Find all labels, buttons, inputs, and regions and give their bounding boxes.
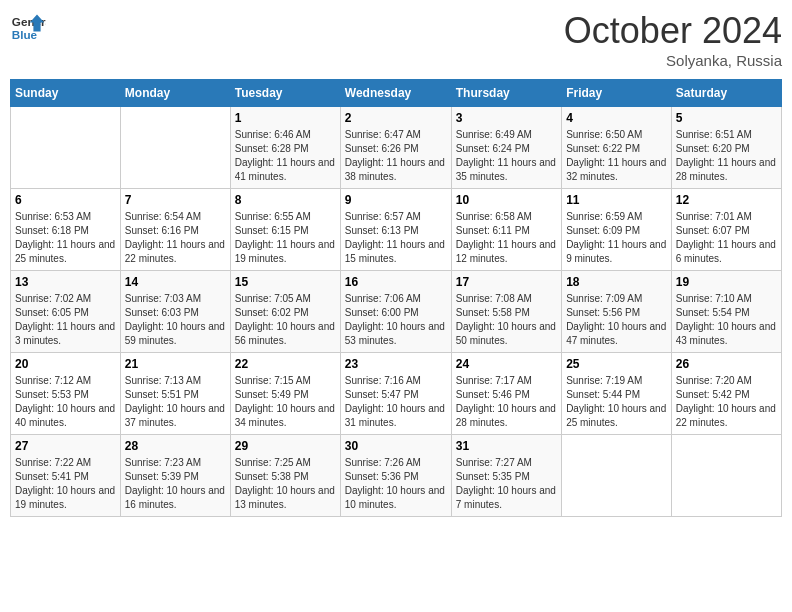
day-number: 29 — [235, 439, 336, 453]
day-number: 31 — [456, 439, 557, 453]
day-info: Sunrise: 7:02 AM Sunset: 6:05 PM Dayligh… — [15, 292, 116, 348]
calendar-cell: 28Sunrise: 7:23 AM Sunset: 5:39 PM Dayli… — [120, 435, 230, 517]
calendar-cell: 26Sunrise: 7:20 AM Sunset: 5:42 PM Dayli… — [671, 353, 781, 435]
day-number: 11 — [566, 193, 667, 207]
calendar-cell — [120, 107, 230, 189]
day-info: Sunrise: 7:17 AM Sunset: 5:46 PM Dayligh… — [456, 374, 557, 430]
calendar-week-row: 13Sunrise: 7:02 AM Sunset: 6:05 PM Dayli… — [11, 271, 782, 353]
calendar-cell: 21Sunrise: 7:13 AM Sunset: 5:51 PM Dayli… — [120, 353, 230, 435]
day-number: 17 — [456, 275, 557, 289]
calendar-cell: 23Sunrise: 7:16 AM Sunset: 5:47 PM Dayli… — [340, 353, 451, 435]
day-info: Sunrise: 7:13 AM Sunset: 5:51 PM Dayligh… — [125, 374, 226, 430]
day-number: 12 — [676, 193, 777, 207]
calendar-cell: 12Sunrise: 7:01 AM Sunset: 6:07 PM Dayli… — [671, 189, 781, 271]
day-info: Sunrise: 6:46 AM Sunset: 6:28 PM Dayligh… — [235, 128, 336, 184]
day-info: Sunrise: 7:16 AM Sunset: 5:47 PM Dayligh… — [345, 374, 447, 430]
day-number: 22 — [235, 357, 336, 371]
calendar-week-row: 1Sunrise: 6:46 AM Sunset: 6:28 PM Daylig… — [11, 107, 782, 189]
day-info: Sunrise: 6:50 AM Sunset: 6:22 PM Dayligh… — [566, 128, 667, 184]
column-header-friday: Friday — [562, 80, 672, 107]
calendar-header-row: SundayMondayTuesdayWednesdayThursdayFrid… — [11, 80, 782, 107]
calendar-cell: 25Sunrise: 7:19 AM Sunset: 5:44 PM Dayli… — [562, 353, 672, 435]
calendar-cell: 5Sunrise: 6:51 AM Sunset: 6:20 PM Daylig… — [671, 107, 781, 189]
calendar-cell: 22Sunrise: 7:15 AM Sunset: 5:49 PM Dayli… — [230, 353, 340, 435]
day-info: Sunrise: 7:15 AM Sunset: 5:49 PM Dayligh… — [235, 374, 336, 430]
calendar-cell: 31Sunrise: 7:27 AM Sunset: 5:35 PM Dayli… — [451, 435, 561, 517]
page-header: General Blue October 2024 Solyanka, Russ… — [10, 10, 782, 69]
column-header-wednesday: Wednesday — [340, 80, 451, 107]
day-number: 23 — [345, 357, 447, 371]
calendar-cell: 14Sunrise: 7:03 AM Sunset: 6:03 PM Dayli… — [120, 271, 230, 353]
day-number: 18 — [566, 275, 667, 289]
calendar-cell: 20Sunrise: 7:12 AM Sunset: 5:53 PM Dayli… — [11, 353, 121, 435]
calendar-cell: 2Sunrise: 6:47 AM Sunset: 6:26 PM Daylig… — [340, 107, 451, 189]
day-info: Sunrise: 6:55 AM Sunset: 6:15 PM Dayligh… — [235, 210, 336, 266]
calendar-cell — [11, 107, 121, 189]
day-number: 27 — [15, 439, 116, 453]
day-info: Sunrise: 7:12 AM Sunset: 5:53 PM Dayligh… — [15, 374, 116, 430]
day-number: 21 — [125, 357, 226, 371]
calendar-cell: 15Sunrise: 7:05 AM Sunset: 6:02 PM Dayli… — [230, 271, 340, 353]
day-info: Sunrise: 6:53 AM Sunset: 6:18 PM Dayligh… — [15, 210, 116, 266]
calendar-week-row: 27Sunrise: 7:22 AM Sunset: 5:41 PM Dayli… — [11, 435, 782, 517]
calendar-week-row: 6Sunrise: 6:53 AM Sunset: 6:18 PM Daylig… — [11, 189, 782, 271]
calendar-cell: 9Sunrise: 6:57 AM Sunset: 6:13 PM Daylig… — [340, 189, 451, 271]
column-header-thursday: Thursday — [451, 80, 561, 107]
calendar-cell: 29Sunrise: 7:25 AM Sunset: 5:38 PM Dayli… — [230, 435, 340, 517]
calendar-cell — [562, 435, 672, 517]
day-info: Sunrise: 6:58 AM Sunset: 6:11 PM Dayligh… — [456, 210, 557, 266]
calendar-cell: 3Sunrise: 6:49 AM Sunset: 6:24 PM Daylig… — [451, 107, 561, 189]
day-info: Sunrise: 7:10 AM Sunset: 5:54 PM Dayligh… — [676, 292, 777, 348]
column-header-saturday: Saturday — [671, 80, 781, 107]
day-number: 15 — [235, 275, 336, 289]
day-info: Sunrise: 6:49 AM Sunset: 6:24 PM Dayligh… — [456, 128, 557, 184]
day-number: 25 — [566, 357, 667, 371]
day-info: Sunrise: 7:22 AM Sunset: 5:41 PM Dayligh… — [15, 456, 116, 512]
day-number: 24 — [456, 357, 557, 371]
calendar-cell: 18Sunrise: 7:09 AM Sunset: 5:56 PM Dayli… — [562, 271, 672, 353]
calendar-cell: 6Sunrise: 6:53 AM Sunset: 6:18 PM Daylig… — [11, 189, 121, 271]
column-header-tuesday: Tuesday — [230, 80, 340, 107]
day-number: 16 — [345, 275, 447, 289]
day-info: Sunrise: 7:25 AM Sunset: 5:38 PM Dayligh… — [235, 456, 336, 512]
column-header-sunday: Sunday — [11, 80, 121, 107]
logo-icon: General Blue — [10, 10, 46, 46]
day-number: 10 — [456, 193, 557, 207]
month-title: October 2024 — [564, 10, 782, 52]
calendar-cell: 1Sunrise: 6:46 AM Sunset: 6:28 PM Daylig… — [230, 107, 340, 189]
day-number: 14 — [125, 275, 226, 289]
day-number: 13 — [15, 275, 116, 289]
day-number: 19 — [676, 275, 777, 289]
calendar-cell: 16Sunrise: 7:06 AM Sunset: 6:00 PM Dayli… — [340, 271, 451, 353]
calendar-cell: 13Sunrise: 7:02 AM Sunset: 6:05 PM Dayli… — [11, 271, 121, 353]
calendar-week-row: 20Sunrise: 7:12 AM Sunset: 5:53 PM Dayli… — [11, 353, 782, 435]
day-number: 20 — [15, 357, 116, 371]
day-number: 7 — [125, 193, 226, 207]
calendar-cell: 24Sunrise: 7:17 AM Sunset: 5:46 PM Dayli… — [451, 353, 561, 435]
day-info: Sunrise: 6:54 AM Sunset: 6:16 PM Dayligh… — [125, 210, 226, 266]
day-number: 6 — [15, 193, 116, 207]
column-header-monday: Monday — [120, 80, 230, 107]
calendar-cell: 7Sunrise: 6:54 AM Sunset: 6:16 PM Daylig… — [120, 189, 230, 271]
day-info: Sunrise: 6:59 AM Sunset: 6:09 PM Dayligh… — [566, 210, 667, 266]
calendar-cell — [671, 435, 781, 517]
day-info: Sunrise: 7:06 AM Sunset: 6:00 PM Dayligh… — [345, 292, 447, 348]
day-info: Sunrise: 6:47 AM Sunset: 6:26 PM Dayligh… — [345, 128, 447, 184]
calendar-cell: 10Sunrise: 6:58 AM Sunset: 6:11 PM Dayli… — [451, 189, 561, 271]
day-number: 8 — [235, 193, 336, 207]
calendar-cell: 27Sunrise: 7:22 AM Sunset: 5:41 PM Dayli… — [11, 435, 121, 517]
day-info: Sunrise: 7:20 AM Sunset: 5:42 PM Dayligh… — [676, 374, 777, 430]
day-info: Sunrise: 7:09 AM Sunset: 5:56 PM Dayligh… — [566, 292, 667, 348]
calendar-cell: 8Sunrise: 6:55 AM Sunset: 6:15 PM Daylig… — [230, 189, 340, 271]
calendar-cell: 19Sunrise: 7:10 AM Sunset: 5:54 PM Dayli… — [671, 271, 781, 353]
day-number: 28 — [125, 439, 226, 453]
day-info: Sunrise: 7:01 AM Sunset: 6:07 PM Dayligh… — [676, 210, 777, 266]
day-info: Sunrise: 7:05 AM Sunset: 6:02 PM Dayligh… — [235, 292, 336, 348]
title-block: October 2024 Solyanka, Russia — [564, 10, 782, 69]
calendar-cell: 30Sunrise: 7:26 AM Sunset: 5:36 PM Dayli… — [340, 435, 451, 517]
day-info: Sunrise: 6:57 AM Sunset: 6:13 PM Dayligh… — [345, 210, 447, 266]
day-number: 1 — [235, 111, 336, 125]
day-number: 4 — [566, 111, 667, 125]
day-number: 26 — [676, 357, 777, 371]
day-info: Sunrise: 7:27 AM Sunset: 5:35 PM Dayligh… — [456, 456, 557, 512]
